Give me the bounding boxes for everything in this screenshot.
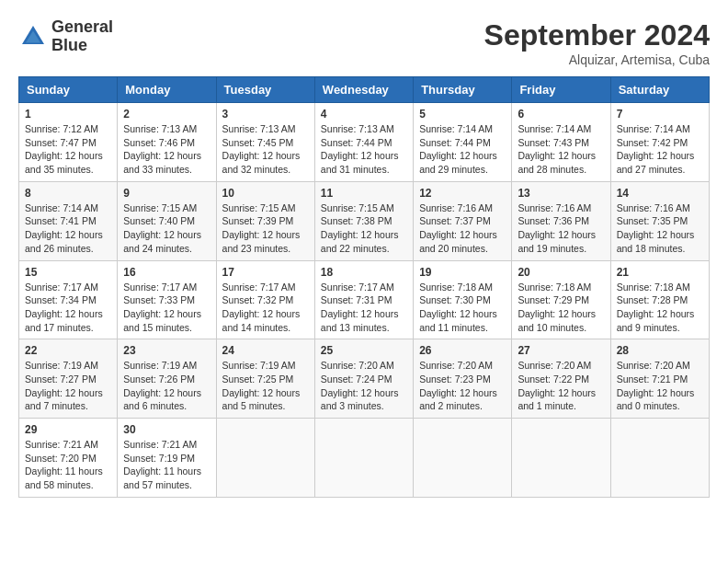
day-number: 30 (123, 423, 210, 436)
calendar-cell: 30 Sunrise: 7:21 AM Sunset: 7:19 PM Dayl… (118, 419, 216, 498)
calendar-cell: 9 Sunrise: 7:15 AM Sunset: 7:40 PM Dayli… (118, 181, 216, 260)
calendar-cell (414, 419, 512, 498)
day-info: Sunrise: 7:15 AM Sunset: 7:39 PM Dayligh… (222, 201, 309, 256)
day-info: Sunrise: 7:17 AM Sunset: 7:34 PM Dayligh… (25, 281, 111, 335)
calendar-cell: 19 Sunrise: 7:18 AM Sunset: 7:30 PM Dayl… (414, 260, 512, 339)
calendar-cell: 8 Sunrise: 7:14 AM Sunset: 7:41 PM Dayli… (19, 181, 118, 260)
calendar-cell: 20 Sunrise: 7:18 AM Sunset: 7:29 PM Dayl… (512, 260, 610, 339)
day-info: Sunrise: 7:14 AM Sunset: 7:43 PM Dayligh… (518, 122, 604, 177)
calendar-cell: 4 Sunrise: 7:13 AM Sunset: 7:44 PM Dayli… (314, 103, 413, 182)
day-info: Sunrise: 7:21 AM Sunset: 7:19 PM Dayligh… (123, 438, 210, 492)
day-number: 26 (419, 344, 506, 357)
header-sunday: Sunday (19, 77, 118, 103)
page-header: General Blue September 2024 Alquizar, Ar… (18, 18, 710, 67)
calendar-cell: 29 Sunrise: 7:21 AM Sunset: 7:20 PM Dayl… (19, 419, 118, 498)
calendar-cell: 1 Sunrise: 7:12 AM Sunset: 7:47 PM Dayli… (19, 103, 118, 182)
day-number: 3 (222, 108, 309, 121)
day-info: Sunrise: 7:17 AM Sunset: 7:33 PM Dayligh… (123, 281, 210, 335)
calendar-cell: 12 Sunrise: 7:16 AM Sunset: 7:37 PM Dayl… (414, 181, 512, 260)
header-thursday: Thursday (414, 77, 512, 103)
header-friday: Friday (512, 77, 610, 103)
day-number: 14 (617, 187, 703, 200)
calendar-cell: 2 Sunrise: 7:13 AM Sunset: 7:46 PM Dayli… (118, 103, 216, 182)
day-number: 13 (518, 187, 604, 200)
day-info: Sunrise: 7:16 AM Sunset: 7:35 PM Dayligh… (617, 201, 703, 256)
calendar-cell (610, 419, 709, 498)
day-number: 11 (321, 187, 407, 200)
weekday-header-row: Sunday Monday Tuesday Wednesday Thursday… (19, 77, 710, 103)
header-wednesday: Wednesday (314, 77, 413, 103)
calendar-cell: 23 Sunrise: 7:19 AM Sunset: 7:26 PM Dayl… (118, 339, 216, 419)
calendar-cell: 27 Sunrise: 7:20 AM Sunset: 7:22 PM Dayl… (512, 339, 610, 419)
day-number: 23 (123, 344, 210, 357)
day-info: Sunrise: 7:18 AM Sunset: 7:28 PM Dayligh… (617, 281, 703, 335)
day-number: 2 (123, 108, 210, 121)
day-number: 18 (321, 266, 407, 279)
day-info: Sunrise: 7:17 AM Sunset: 7:32 PM Dayligh… (222, 281, 309, 335)
calendar-cell (512, 419, 610, 498)
calendar-row-3: 15 Sunrise: 7:17 AM Sunset: 7:34 PM Dayl… (19, 260, 710, 339)
month-title: September 2024 (484, 18, 710, 52)
calendar-cell: 26 Sunrise: 7:20 AM Sunset: 7:23 PM Dayl… (414, 339, 512, 419)
day-info: Sunrise: 7:17 AM Sunset: 7:31 PM Dayligh… (321, 281, 407, 335)
calendar-cell: 15 Sunrise: 7:17 AM Sunset: 7:34 PM Dayl… (19, 260, 118, 339)
day-info: Sunrise: 7:14 AM Sunset: 7:44 PM Dayligh… (419, 122, 506, 177)
calendar-row-5: 29 Sunrise: 7:21 AM Sunset: 7:20 PM Dayl… (19, 419, 710, 498)
day-number: 20 (518, 266, 604, 279)
day-info: Sunrise: 7:13 AM Sunset: 7:44 PM Dayligh… (321, 122, 407, 177)
day-number: 24 (222, 344, 309, 357)
day-info: Sunrise: 7:14 AM Sunset: 7:41 PM Dayligh… (25, 201, 111, 256)
title-block: September 2024 Alquizar, Artemisa, Cuba (484, 18, 710, 67)
header-saturday: Saturday (610, 77, 709, 103)
day-number: 8 (25, 187, 111, 200)
logo: General Blue (18, 18, 113, 55)
calendar-cell: 7 Sunrise: 7:14 AM Sunset: 7:42 PM Dayli… (610, 103, 709, 182)
day-info: Sunrise: 7:13 AM Sunset: 7:46 PM Dayligh… (123, 122, 210, 177)
day-info: Sunrise: 7:18 AM Sunset: 7:30 PM Dayligh… (419, 281, 506, 335)
calendar-cell (216, 419, 314, 498)
location: Alquizar, Artemisa, Cuba (484, 52, 710, 67)
day-number: 1 (25, 108, 111, 121)
day-info: Sunrise: 7:20 AM Sunset: 7:23 PM Dayligh… (419, 359, 506, 413)
day-info: Sunrise: 7:16 AM Sunset: 7:37 PM Dayligh… (419, 201, 506, 256)
day-number: 22 (25, 344, 111, 357)
day-number: 21 (617, 266, 703, 279)
calendar-cell: 5 Sunrise: 7:14 AM Sunset: 7:44 PM Dayli… (414, 103, 512, 182)
day-number: 4 (321, 108, 407, 121)
day-info: Sunrise: 7:19 AM Sunset: 7:27 PM Dayligh… (25, 359, 111, 413)
calendar-row-2: 8 Sunrise: 7:14 AM Sunset: 7:41 PM Dayli… (19, 181, 710, 260)
header-tuesday: Tuesday (216, 77, 314, 103)
day-number: 9 (123, 187, 210, 200)
day-info: Sunrise: 7:14 AM Sunset: 7:42 PM Dayligh… (617, 122, 703, 177)
day-info: Sunrise: 7:20 AM Sunset: 7:21 PM Dayligh… (617, 359, 703, 413)
calendar-cell: 16 Sunrise: 7:17 AM Sunset: 7:33 PM Dayl… (118, 260, 216, 339)
calendar-cell: 18 Sunrise: 7:17 AM Sunset: 7:31 PM Dayl… (314, 260, 413, 339)
day-info: Sunrise: 7:19 AM Sunset: 7:25 PM Dayligh… (222, 359, 309, 413)
calendar-cell: 21 Sunrise: 7:18 AM Sunset: 7:28 PM Dayl… (610, 260, 709, 339)
day-info: Sunrise: 7:16 AM Sunset: 7:36 PM Dayligh… (518, 201, 604, 256)
calendar-cell (314, 419, 413, 498)
calendar-cell: 11 Sunrise: 7:15 AM Sunset: 7:38 PM Dayl… (314, 181, 413, 260)
day-info: Sunrise: 7:13 AM Sunset: 7:45 PM Dayligh… (222, 122, 309, 177)
calendar-cell: 13 Sunrise: 7:16 AM Sunset: 7:36 PM Dayl… (512, 181, 610, 260)
day-number: 7 (617, 108, 703, 121)
day-info: Sunrise: 7:19 AM Sunset: 7:26 PM Dayligh… (123, 359, 210, 413)
calendar-cell: 28 Sunrise: 7:20 AM Sunset: 7:21 PM Dayl… (610, 339, 709, 419)
day-number: 6 (518, 108, 604, 121)
day-info: Sunrise: 7:20 AM Sunset: 7:22 PM Dayligh… (518, 359, 604, 413)
calendar-row-4: 22 Sunrise: 7:19 AM Sunset: 7:27 PM Dayl… (19, 339, 710, 419)
calendar-cell: 24 Sunrise: 7:19 AM Sunset: 7:25 PM Dayl… (216, 339, 314, 419)
logo-text: General Blue (51, 18, 113, 55)
day-info: Sunrise: 7:21 AM Sunset: 7:20 PM Dayligh… (25, 438, 111, 492)
day-info: Sunrise: 7:15 AM Sunset: 7:40 PM Dayligh… (123, 201, 210, 256)
day-number: 25 (321, 344, 407, 357)
day-number: 28 (617, 344, 703, 357)
header-monday: Monday (118, 77, 216, 103)
logo-icon (18, 22, 48, 52)
calendar-cell: 17 Sunrise: 7:17 AM Sunset: 7:32 PM Dayl… (216, 260, 314, 339)
calendar-cell: 3 Sunrise: 7:13 AM Sunset: 7:45 PM Dayli… (216, 103, 314, 182)
calendar: Sunday Monday Tuesday Wednesday Thursday… (18, 76, 710, 498)
day-number: 5 (419, 108, 506, 121)
day-info: Sunrise: 7:12 AM Sunset: 7:47 PM Dayligh… (25, 122, 111, 177)
calendar-cell: 10 Sunrise: 7:15 AM Sunset: 7:39 PM Dayl… (216, 181, 314, 260)
